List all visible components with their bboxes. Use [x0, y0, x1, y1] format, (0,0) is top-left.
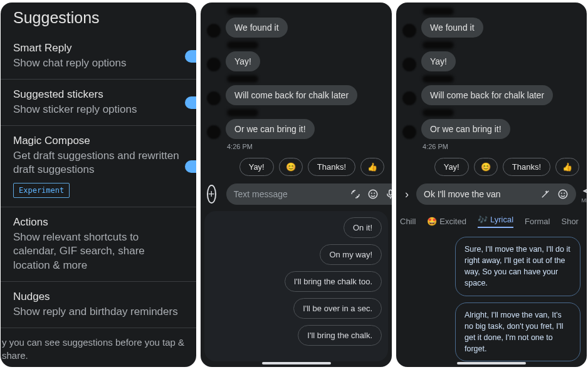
quick-reply-emoji[interactable]: 😊 [474, 158, 498, 176]
avatar [402, 91, 416, 105]
page-title: Suggestions [1, 3, 196, 33]
message-bubble[interactable]: Or we can bring it! [226, 119, 315, 139]
redacted-name [227, 109, 258, 116]
svg-point-9 [564, 193, 565, 194]
setting-nudges[interactable]: Nudges Show reply and birthday reminders [1, 282, 196, 328]
redacted-name [227, 75, 258, 83]
toggle-switch[interactable] [185, 96, 196, 109]
home-indicator[interactable] [262, 362, 331, 364]
avatar [207, 125, 221, 139]
home-indicator[interactable] [457, 362, 526, 364]
redacted-name [423, 41, 454, 49]
avatar [402, 125, 416, 139]
setting-desc: Get draft suggestions and rewritten draf… [13, 149, 184, 177]
tab-lyrical[interactable]: 🎶Lyrical [478, 215, 513, 228]
quick-reply-emoji[interactable]: 😊 [279, 158, 303, 176]
suggestion-chip[interactable]: I'll be over in a sec. [293, 298, 382, 319]
suggestion-chip[interactable]: On it! [344, 217, 382, 238]
message-bubble[interactable]: Will come back for chalk later [226, 85, 357, 105]
setting-suggested-stickers[interactable]: Suggested stickers Show sticker reply op… [1, 80, 196, 126]
quick-reply-chip[interactable]: Yay! [434, 158, 469, 176]
suggestion-chip[interactable]: I'll bring the chalk. [298, 325, 382, 346]
lyrical-suggestion[interactable]: Alright, I'll move the van, It's no big … [455, 302, 580, 362]
svg-point-4 [374, 193, 374, 194]
redacted-name [423, 109, 454, 116]
message-bubble[interactable]: Yay! [226, 51, 260, 71]
message-bubble[interactable]: We found it [226, 18, 288, 38]
tab-chill[interactable]: Chill [400, 215, 416, 228]
emoji-icon[interactable] [557, 189, 569, 200]
avatar [402, 58, 416, 71]
quick-reply-emoji[interactable]: 👍 [555, 158, 579, 176]
svg-point-3 [371, 193, 372, 194]
setting-desc: Show relevant shortcuts to calendar, GIF… [13, 230, 184, 272]
redacted-name [227, 8, 258, 15]
setting-desc: Show chat reply options [13, 56, 184, 70]
tab-short[interactable]: Shor [561, 215, 578, 228]
svg-rect-5 [389, 190, 392, 195]
lyrical-suggestion[interactable]: Sure, I'll move the van, I'll do it righ… [455, 237, 580, 296]
setting-title: Nudges [13, 291, 184, 303]
avatar [402, 24, 416, 38]
toggle-switch[interactable] [185, 50, 196, 63]
setting-title: Actions [13, 216, 184, 229]
toggle-switch[interactable] [185, 160, 196, 173]
message-bubble[interactable]: Will come back for chalk later [421, 85, 553, 105]
timestamp: 4:26 PM [423, 143, 580, 150]
svg-point-7 [559, 190, 567, 199]
setting-title: Magic Compose [13, 135, 184, 147]
message-input[interactable] [234, 189, 344, 199]
magic-icon[interactable] [350, 189, 361, 200]
plus-button[interactable]: + [207, 185, 216, 204]
setting-desc: Show sticker reply options [13, 103, 184, 116]
mic-icon[interactable] [385, 189, 392, 200]
tab-excited[interactable]: 🤩Excited [427, 215, 466, 228]
quick-reply-emoji[interactable]: 👍 [360, 158, 384, 176]
quick-reply-chip[interactable]: Thanks! [503, 158, 550, 176]
svg-point-8 [561, 193, 562, 194]
avatar [207, 58, 221, 71]
tab-formal[interactable]: Formal [525, 215, 550, 228]
message-bubble[interactable]: We found it [421, 18, 483, 38]
redacted-name [423, 8, 454, 15]
svg-point-2 [369, 190, 377, 199]
setting-smart-reply[interactable]: Smart Reply Show chat reply options [1, 33, 196, 80]
redacted-name [423, 75, 454, 83]
setting-actions[interactable]: Actions Show relevant shortcuts to calen… [1, 207, 196, 281]
redacted-name [227, 41, 258, 49]
timestamp: 4:26 PM [227, 143, 386, 150]
setting-desc: Show reply and birthday reminders [13, 305, 184, 319]
quick-reply-chip[interactable]: Yay! [239, 158, 274, 176]
footer-text: y you can see suggestions before you tap… [1, 332, 196, 367]
setting-title: Smart Reply [13, 42, 184, 54]
message-bubble[interactable]: Or we can bring it! [421, 119, 510, 139]
suggestion-chip[interactable]: On my way! [320, 244, 382, 265]
message-input-container[interactable] [226, 183, 392, 205]
chevron-right-icon[interactable]: › [402, 188, 411, 201]
avatar [207, 24, 221, 38]
magic-suggestions-panel: On it! On my way! I'll bring the chalk t… [204, 211, 388, 361]
magic-wand-icon[interactable] [540, 189, 551, 200]
avatar [207, 91, 221, 105]
send-button[interactable]: MMS [581, 185, 587, 204]
quick-reply-chip[interactable]: Thanks! [308, 158, 355, 176]
setting-magic-compose[interactable]: Magic Compose Get draft suggestions and … [1, 126, 196, 207]
message-input-container[interactable] [416, 183, 576, 205]
setting-title: Suggested stickers [13, 88, 184, 101]
message-bubble[interactable]: Yay! [421, 51, 456, 71]
experiment-badge: Experiment [13, 183, 70, 198]
message-input[interactable] [424, 189, 533, 199]
emoji-icon[interactable] [367, 189, 379, 200]
suggestion-chip[interactable]: I'll bring the chalk too. [285, 271, 382, 292]
